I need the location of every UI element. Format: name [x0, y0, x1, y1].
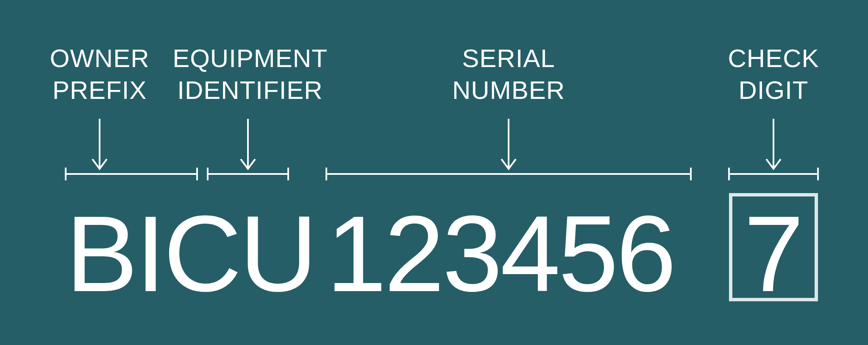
- label-equipment-identifier: EQUIPMENT IDENTIFIER: [170, 42, 331, 106]
- label-text: SERIAL: [462, 44, 555, 73]
- label-text: CHECK: [728, 44, 819, 73]
- label-serial-number: SERIAL NUMBER: [445, 42, 572, 106]
- label-owner-prefix: OWNER PREFIX: [36, 42, 163, 106]
- value-owner-prefix: BICU: [66, 199, 315, 308]
- label-text: OWNER: [50, 44, 150, 73]
- value-text: U: [239, 193, 315, 314]
- container-code-diagram: OWNER PREFIX EQUIPMENT IDENTIFIER SERIAL…: [0, 0, 868, 345]
- value-check-digit: 7: [744, 199, 802, 308]
- label-text: EQUIPMENT: [172, 44, 328, 73]
- label-text: NUMBER: [452, 76, 565, 104]
- label-text: DIGIT: [739, 76, 809, 104]
- value-text: BIC: [66, 193, 239, 314]
- value-serial-number: 123456: [326, 199, 674, 308]
- label-text: PREFIX: [53, 76, 147, 104]
- label-check-digit: CHECK DIGIT: [721, 42, 826, 106]
- label-text: IDENTIFIER: [177, 76, 323, 104]
